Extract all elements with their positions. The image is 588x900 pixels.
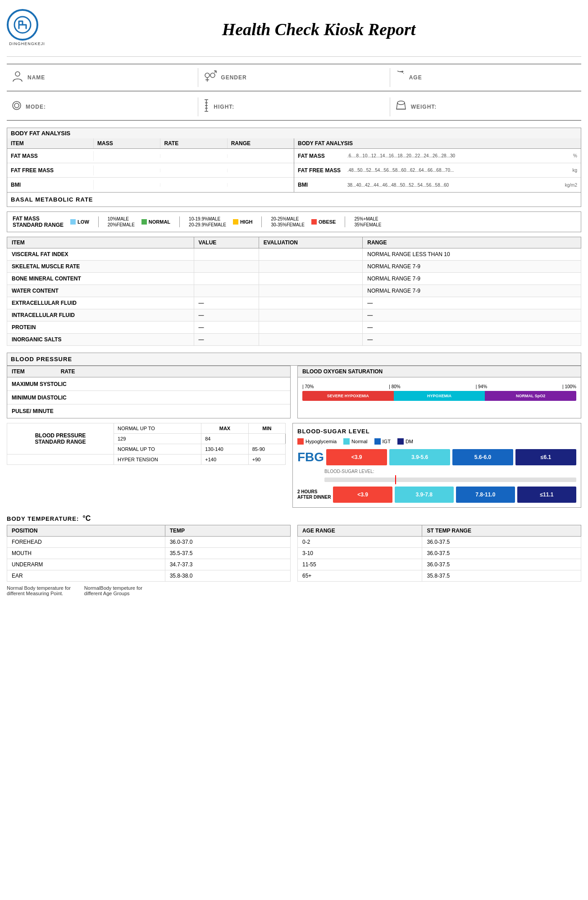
bfa-bmi-item: BMI [7,180,94,190]
bos-marker-94: | 94% [476,384,487,389]
body-fat-wrapper: ITEM MASS RATE RANGE FAT MASS FAT FREE M… [7,138,581,193]
fat-std-divider-1 [98,216,99,227]
bp-wrapper: ITEM RATE MAXIMUM SYSTOLIC MINIMUM DIAST… [7,366,581,418]
bp-std-desc-3 [7,455,114,465]
temp-age-65plus: 65+ [298,570,422,582]
bos-marker-100: | 100% [562,384,576,389]
comp-row-skeletal: SKELETAL MUSCLE RATE NORMAL RANGE 7-9 [7,261,581,273]
bfa-right-fatfree-scale: .48...50...52...54...56...58...60...62..… [347,168,557,173]
fat-std-divider-2 [179,216,180,227]
bp-std-min-header: MIN [248,423,285,434]
mode-icon [11,100,22,114]
bfa-right-bmi-unit: kg/m2 [561,183,577,188]
temp-note-2: NormalBody tempeture fordifferent Age Gr… [84,585,142,596]
comp-skeletal-value [194,261,259,273]
bos-title: BLOOD OXYGEN SATURATION [298,366,581,377]
svg-point-4 [210,73,215,78]
fat-std-high-detail: 20-25%MALE30-35%FEMALE [271,216,304,228]
bfa-right-fatmass-label: FAT MASS [298,153,343,159]
bfa-row-fatfree: FAT FREE MASS [7,163,294,178]
bp-std-table: BLOOD PRESSURESTANDARD RANGE NORMAL UP T… [7,423,286,465]
comp-visceral-range: NORMAL RANGE LESS THAN 10 [363,248,581,261]
bp-std-val-min3: +90 [248,455,285,465]
comp-visceral-value [194,248,259,261]
bfa-fatmass-rate [160,154,227,158]
comp-visceral-item: VISCERAL FAT INDEX [7,248,194,261]
fat-std-obese: OBESE [311,219,336,225]
bs-legend: Hypoglycemia Normal IGT DM [297,438,576,445]
temp-row-ear: EAR 35.8-38.0 [7,570,291,582]
logo-circle [7,9,38,41]
comp-th-evaluation: EVALUATION [259,237,363,248]
age-icon [395,71,406,84]
temp-row-forehead: FOREHEAD 36.0-37.0 [7,537,291,548]
comp-bone-range: NORMAL RANGE 7-9 [363,273,581,285]
after-seg-3: 7.8-11.0 [456,487,515,503]
temp-th-position: POSITION [7,525,165,537]
after-seg-4: ≤11.1 [517,487,576,503]
bos-scale: | 70% | 80% | 94% | 100% [302,384,576,389]
bmr-title: BASAL METABOLIC RATE [11,196,93,203]
company-logo: DINGHENGKEJI [7,9,47,50]
comp-skeletal-item: SKELETAL MUSCLE RATE [7,261,194,273]
comp-row-bone: BONE MINERAL CONTENT NORMAL RANGE 7-9 [7,273,581,285]
bs-igt-box [374,438,381,445]
temp-tables-wrapper: POSITION TEMP FOREHEAD 36.0-37.0 MOUTH 3… [7,525,581,582]
temp-range-65plus: 35.8-37.5 [422,570,581,582]
patient-info-bar: NAME GENDER AGE [7,64,581,92]
weight-label: WEIGHT: [411,104,437,110]
bfa-fatfree-mass [94,169,160,172]
temp-position-table: POSITION TEMP FOREHEAD 36.0-37.0 MOUTH 3… [7,525,291,582]
comp-bone-item: BONE MINERAL CONTENT [7,273,194,285]
svg-point-8 [14,103,19,108]
temp-age-11-55: 11-55 [298,559,422,570]
bp-standard-section: BLOOD PRESSURESTANDARD RANGE NORMAL UP T… [7,423,286,508]
bfa-right-bmi: BMI 38...40...42...44...46...48...50...5… [294,178,581,192]
temp-age-row-65plus: 65+ 35.8-37.5 [298,570,581,582]
temp-age-table: AGE RANGE ST TEMP RANGE 0-2 36.0-37.5 3-… [297,525,581,582]
comp-skeletal-range: NORMAL RANGE 7-9 [363,261,581,273]
bfa-bmi-range [228,183,294,187]
bp-std-val-min1: 84 [201,434,249,444]
bp-diastolic-label: MINIMUM DIASTOLIC [12,395,170,401]
height-field: HIGHT: [198,97,389,116]
temp-ear-val: 35.8-38.0 [165,570,290,582]
bos-content: | 70% | 80% | 94% | 100% SEVERE HYPOXEMI… [298,377,581,408]
bfa-right-fatmass: FAT MASS .6....8...10...12...14...16...1… [294,149,581,163]
weight-icon [395,100,407,114]
bp-std-header-row: BLOOD PRESSURESTANDARD RANGE NORMAL UP T… [7,423,286,434]
bp-row-diastolic: MINIMUM DIASTOLIC [7,391,290,404]
bp-std-max-header: MAX [201,423,249,434]
comp-row-water: WATER CONTENT NORMAL RANGE 7-9 [7,285,581,297]
fat-std-high-label: HIGH [240,219,253,225]
temp-age-header-row: AGE RANGE ST TEMP RANGE [298,525,581,537]
bfa-header: ITEM MASS RATE RANGE [7,138,294,149]
bfa-right-bmi-scale: 38...40...42...44...46...48...50...52...… [347,183,557,188]
comp-row-protein: PROTEIN — — [7,321,581,334]
bs-indicator-bar [324,478,576,482]
fat-std-high: HIGH [233,219,253,225]
body-fat-title: BODY FAT ANALYSIS [7,128,581,138]
comp-intracell-value: — [194,309,259,321]
fat-std-obese-detail: 25%+MALE35%FEMALE [354,216,381,228]
comp-extracell-eval [259,297,363,309]
fbg-seg-2: 3.9-5.6 [389,449,450,465]
fat-std-low: LOW [70,219,89,225]
temp-age-row-3-10: 3-10 36.0-37.5 [298,548,581,559]
fat-std-obese-label: OBESE [319,219,336,225]
comp-water-item: WATER CONTENT [7,285,194,297]
mode-field: MODE: [7,97,198,116]
fbg-seg-3: 5.6-6.0 [452,449,513,465]
fat-std-normal-detail: 10-19.9%MALE20-29.9%FEMALE [189,216,226,228]
comp-intracell-eval [259,309,363,321]
temp-range-0-2: 36.0-37.5 [422,537,581,548]
temp-range-3-10: 36.0-37.5 [422,548,581,559]
comp-inorganic-eval [259,334,363,346]
bp-systolic-label: MAXIMUM SYSTOLIC [12,381,170,387]
fat-std-divider-3 [261,216,262,227]
comp-water-eval [259,285,363,297]
fat-std-title: FAT MASSSTANDARD RANGE [13,216,64,228]
temp-mouth-pos: MOUTH [7,548,165,559]
normal-color-box [141,219,147,225]
height-icon [203,99,210,115]
